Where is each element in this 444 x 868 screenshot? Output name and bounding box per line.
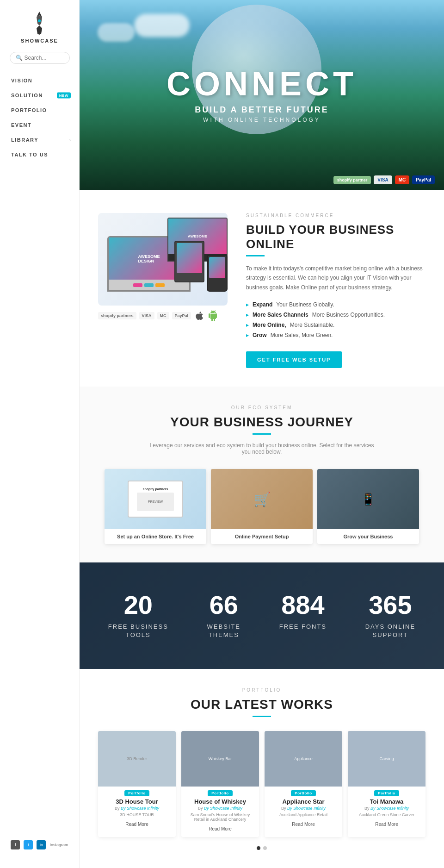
portfolio-card-3-image: Appliance (265, 731, 342, 787)
portfolio-author-1: By By Showcase Infinity (98, 806, 176, 811)
hero-badges: shopify partner VISA MC PayPal (333, 175, 435, 184)
journey-desc: Leverage our services and eco system to … (146, 442, 377, 455)
portfolio-author-2: By By Showcase Infinity (181, 806, 259, 811)
logo-text: SHOWCASE (21, 38, 58, 44)
portfolio-grid: 3D Render Portfolio 3D House Tour By By … (98, 731, 426, 837)
portfolio-readmore-1[interactable]: Read More (98, 819, 176, 832)
new-badge: NEW (57, 93, 71, 99)
stat-number-1: 20 (108, 592, 168, 618)
journey-underline (253, 433, 271, 435)
portfolio-card-4[interactable]: Carving Portfolio Toi Manawa By By Showc… (348, 731, 426, 837)
social-links: f t in Instagram (1, 831, 77, 859)
portfolio-readmore-3[interactable]: Read More (265, 819, 342, 832)
portfolio-sub-3: Auckland Appliance Retail (265, 811, 342, 819)
android-icon (208, 310, 219, 321)
feature-item-4: Grow More Sales, More Green. (246, 330, 426, 340)
portfolio-badge-2: Portfolio (208, 790, 232, 796)
title-underline (246, 255, 265, 256)
build-image: AWESOMEDESIGN AWESOME (98, 213, 228, 321)
portfolio-name-4: Toi Manawa (348, 798, 426, 805)
visa-logo: VISA (139, 312, 154, 319)
mastercard-badge: MC (395, 175, 410, 184)
shopify-partner-logo: shopify partners (98, 312, 136, 319)
portfolio-section: PORTFOLIO OUR LATEST WORKS 3D Render Por… (80, 669, 444, 868)
stat-item-2: 66 WEBSITETHEMES (207, 592, 241, 639)
mc-logo: MC (157, 312, 169, 319)
chevron-right-icon: › (69, 137, 71, 143)
stats-section: 20 FREE BUSINESSTOOLS 66 WEBSITETHEMES 8… (80, 562, 444, 669)
journey-card-1[interactable]: shopify partners PREVIEW Set up an Onlin… (105, 469, 206, 544)
journey-card-3[interactable]: 📱 Grow your Business (317, 469, 419, 544)
sidebar-item-portfolio[interactable]: PORTFOLIO (0, 103, 79, 118)
portfolio-card-2-image: Whiskey Bar (181, 731, 259, 787)
apple-icon (194, 310, 205, 321)
device-mockup: AWESOMEDESIGN AWESOME (98, 213, 228, 306)
stat-number-2: 66 (207, 592, 241, 618)
pagination-dot-1[interactable] (257, 846, 260, 850)
logo-icon (28, 9, 51, 37)
portfolio-readmore-4[interactable]: Read More (348, 819, 426, 832)
stat-label-4: DAYS ONLINESUPPORT (365, 623, 415, 639)
pagination-dot-2[interactable] (263, 846, 267, 850)
sidebar-item-vision[interactable]: VISION (0, 73, 79, 88)
facebook-icon[interactable]: f (11, 840, 20, 849)
stat-item-3: 884 FREE FONTS (279, 592, 327, 639)
stat-label-3: FREE FONTS (279, 623, 327, 631)
stat-number-4: 365 (365, 592, 415, 618)
shopify-badge: shopify partner (333, 176, 371, 184)
journey-card-2-label: Online Payment Setup (211, 529, 313, 544)
portfolio-name-3: Appliance Star (265, 798, 342, 805)
portfolio-eyebrow: PORTFOLIO (98, 687, 426, 693)
linkedin-icon[interactable]: in (37, 840, 46, 849)
build-content: SUSTAINABLE COMMERCE BUILD YOUR BUSINESS… (246, 213, 426, 368)
portfolio-sub-4: Auckland Green Stone Carver (348, 811, 426, 819)
stat-label-1: FREE BUSINESSTOOLS (108, 623, 168, 639)
search-icon: 🔍 (16, 55, 23, 61)
journey-card-1-image: shopify partners PREVIEW (105, 469, 206, 529)
sidebar-item-talk-to-us[interactable]: TALK TO US (0, 147, 79, 162)
stat-number-3: 884 (279, 592, 327, 618)
portfolio-card-1-image: 3D Render (98, 731, 176, 787)
nav-menu: VISION SOLUTION NEW PORTFOLIO EVENT LIBR… (0, 73, 79, 162)
search-input[interactable] (25, 55, 64, 61)
journey-card-2[interactable]: 🛒 Online Payment Setup (211, 469, 313, 544)
hero-section: CONNECT BUILD A BETTER FUTURE WITH ONLIN… (80, 0, 444, 190)
portfolio-badge-3: Portfolio (291, 790, 315, 796)
main-content: CONNECT BUILD A BETTER FUTURE WITH ONLIN… (80, 0, 444, 868)
build-section: AWESOMEDESIGN AWESOME (80, 190, 444, 387)
sidebar: SHOWCASE 🔍 VISION SOLUTION NEW PORTFOLIO… (0, 0, 80, 868)
portfolio-card-3[interactable]: Appliance Portfolio Appliance Star By By… (265, 731, 342, 837)
journey-card-3-image: 📱 (317, 469, 419, 529)
hero-sub2: WITH ONLINE TECHNOLOGY (166, 117, 357, 123)
hero-subtitle: BUILD A BETTER FUTURE (166, 105, 357, 115)
portfolio-author-4: By By Showcase Infinity (348, 806, 426, 811)
portfolio-name-1: 3D House Tour (98, 798, 176, 805)
portfolio-readmore-2[interactable]: Read More (181, 824, 259, 837)
sidebar-item-solution[interactable]: SOLUTION NEW (0, 88, 79, 103)
portfolio-card-2[interactable]: Whiskey Bar Portfolio House of Whiskey B… (181, 731, 259, 837)
portfolio-card-1[interactable]: 3D Render Portfolio 3D House Tour By By … (98, 731, 176, 837)
portfolio-sub-1: 3D HOUSE TOUR (98, 811, 176, 819)
journey-title: YOUR BUSINESS JOURNEY (98, 415, 426, 430)
stat-item-4: 365 DAYS ONLINESUPPORT (365, 592, 415, 639)
build-desc: To make it into todays's competitive mar… (246, 264, 426, 292)
sidebar-item-library[interactable]: LIBRARY › (0, 132, 79, 147)
journey-card-2-image: 🛒 (211, 469, 313, 529)
svg-point-0 (38, 19, 41, 22)
sidebar-item-event[interactable]: EVENT (0, 118, 79, 132)
portfolio-name-2: House of Whiskey (181, 798, 259, 805)
stat-label-2: WEBSITETHEMES (207, 623, 241, 639)
instagram-label[interactable]: Instagram (49, 843, 68, 847)
twitter-icon[interactable]: t (24, 840, 33, 849)
search-bar[interactable]: 🔍 (10, 52, 70, 64)
portfolio-author-3: By By Showcase Infinity (265, 806, 342, 811)
journey-section: OUR ECO SYSTEM YOUR BUSINESS JOURNEY Lev… (80, 387, 444, 562)
portfolio-title: OUR LATEST WORKS (98, 697, 426, 712)
portfolio-underline (253, 716, 271, 717)
portfolio-sub-2: Sam Snead's House of Whiskey Retail in A… (181, 811, 259, 824)
paypal-logo: PayPal (172, 312, 191, 319)
journey-cards: shopify partners PREVIEW Set up an Onlin… (98, 469, 426, 544)
get-free-web-setup-button[interactable]: GET FREE WEB SETUP (246, 351, 342, 368)
feature-item-2: More Sales Channels More Business Opport… (246, 310, 426, 320)
journey-card-1-label: Set up an Online Store. It's Free (105, 529, 206, 544)
